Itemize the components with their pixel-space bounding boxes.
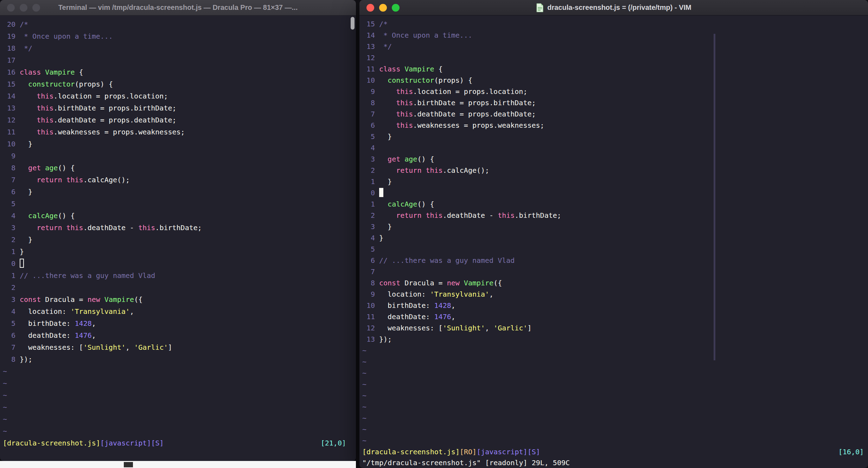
- code-line: 9: [3, 150, 356, 162]
- code-text: }: [20, 235, 32, 244]
- code-line: 4 location: 'Transylvania',: [3, 305, 356, 317]
- code-text: return this.deathDate - this.birthDate;: [20, 223, 202, 232]
- code-text: }: [379, 234, 383, 242]
- line-number: 6: [3, 329, 15, 341]
- status-flag: [javascript]: [477, 448, 528, 456]
- code-line: 8 this.birthDate = props.birthDate;: [362, 97, 868, 108]
- line-number: 4: [3, 210, 15, 222]
- line-number: 2: [3, 234, 15, 246]
- tilde-line: ~: [362, 367, 868, 379]
- scrollbar-thumb[interactable]: [351, 17, 355, 30]
- line-number: 13: [362, 334, 375, 345]
- code-text: [20, 259, 24, 268]
- line-number: 12: [362, 322, 375, 334]
- line-number: 16: [3, 66, 15, 78]
- line-number: 8: [3, 162, 15, 174]
- line-number: 13: [362, 41, 375, 52]
- line-number: 6: [3, 186, 15, 198]
- close-button[interactable]: [7, 4, 15, 12]
- code-line: 2 return this.calcAge();: [362, 165, 868, 176]
- code-line: 15/*: [362, 18, 868, 30]
- code-line: 6 this.weaknesses = props.weaknesses;: [362, 120, 868, 131]
- code-line: 1}: [3, 246, 356, 258]
- status-flags: [dracula-screenshot.js][javascript][S]: [3, 437, 164, 449]
- code-line: 6 }: [3, 186, 356, 198]
- zoom-button[interactable]: [32, 4, 40, 12]
- status-flag: [S]: [151, 439, 164, 447]
- code-text: * Once upon a time...: [379, 31, 472, 39]
- tilde-line: ~: [3, 389, 356, 401]
- line-number: 9: [362, 86, 375, 97]
- line-number: 5: [3, 198, 15, 210]
- code-text: location: 'Transylvania',: [379, 290, 493, 298]
- code-text: weaknesses: ['Sunlight', 'Garlic']: [20, 343, 172, 352]
- code-line: 19 * Once upon a time...: [3, 30, 356, 42]
- line-number: 17: [3, 54, 15, 66]
- traffic-lights: [366, 0, 400, 15]
- tilde-line: ~: [362, 424, 868, 435]
- line-number: 3: [362, 153, 375, 165]
- tilde-line: ~: [362, 390, 868, 401]
- line-number: 4: [3, 305, 15, 317]
- title-bar[interactable]: dracula-screenshot.js = (/private/tmp) -…: [359, 0, 868, 15]
- editor[interactable]: 15/*14 * Once upon a time...13 */1211cla…: [359, 15, 868, 468]
- code-line: 9 location: 'Transylvania',: [362, 289, 868, 300]
- code-text: location: 'Transylvania',: [20, 307, 134, 316]
- code-text: return this.calcAge();: [20, 176, 130, 184]
- window-title-group: dracula-screenshot.js = (/private/tmp) -…: [359, 3, 868, 12]
- line-number: 18: [3, 42, 15, 54]
- ruler-position: [16,0]: [838, 446, 864, 457]
- code-line: 13});: [362, 334, 868, 345]
- cursor: [379, 188, 383, 197]
- minimize-button[interactable]: [379, 4, 387, 12]
- code-text: }: [379, 177, 392, 186]
- code-text: /*: [20, 20, 28, 29]
- line-number: 5: [3, 317, 15, 329]
- code-line: 3const Dracula = new Vampire({: [3, 293, 356, 305]
- line-number: 3: [3, 222, 15, 234]
- code-text: */: [379, 42, 392, 51]
- code-text: deathDate: 1476,: [20, 331, 96, 340]
- code-text: this.weaknesses = props.weaknesses;: [20, 128, 185, 136]
- editor[interactable]: 20/*19 * Once upon a time...18 */1716cla…: [0, 15, 356, 461]
- code-text: // ...there was a guy named Vlad: [379, 256, 515, 265]
- code-line: 5 }: [362, 131, 868, 142]
- code-line: 2 return this.deathDate - this.birthDate…: [362, 210, 868, 221]
- minimize-button[interactable]: [20, 4, 27, 12]
- code-text: this.birthDate = props.birthDate;: [379, 99, 536, 107]
- status-flag: [javascript]: [100, 439, 151, 447]
- code-line: 2 }: [3, 234, 356, 246]
- close-button[interactable]: [366, 4, 374, 12]
- code-line: 5: [362, 244, 868, 255]
- code-line: 5 birthDate: 1428,: [3, 317, 356, 329]
- line-number: 10: [362, 75, 375, 86]
- tilde-line: ~: [3, 425, 356, 437]
- tilde-line: ~: [362, 356, 868, 367]
- line-number: 6: [362, 120, 375, 131]
- line-number: 0: [362, 187, 375, 198]
- title-bar[interactable]: Terminal — vim /tmp/dracula-screenshot.j…: [0, 0, 356, 15]
- tilde-line: ~: [362, 345, 868, 356]
- code-line: 13 this.birthDate = props.birthDate;: [3, 102, 356, 114]
- code-text: }: [379, 222, 392, 231]
- command-line: "/tmp/dracula-screenshot.js" [readonly] …: [362, 457, 865, 468]
- status-flag: [dracula-screenshot.js]: [362, 448, 460, 456]
- code-line: 7 weaknesses: ['Sunlight', 'Garlic']: [3, 341, 356, 353]
- line-number: 15: [3, 78, 15, 90]
- tilde-line: ~: [3, 413, 356, 425]
- code-line: 10 birthDate: 1428,: [362, 300, 868, 311]
- code-text: class Vampire {: [20, 68, 83, 76]
- line-number: 11: [3, 126, 15, 138]
- code-line: 3 return this.deathDate - this.birthDate…: [3, 222, 356, 234]
- code-line: 6// ...there was a guy named Vlad: [362, 255, 868, 266]
- tilde-line: ~: [3, 377, 356, 389]
- code-line: 12: [362, 52, 868, 63]
- line-number: 1: [362, 176, 375, 187]
- zoom-button[interactable]: [392, 4, 400, 12]
- code-text: this.location = props.location;: [379, 87, 527, 96]
- code-text: const Dracula = new Vampire({: [379, 279, 502, 287]
- code-text: }: [379, 132, 392, 141]
- code-text: [379, 189, 383, 197]
- code-text: this.deathDate = props.deathDate;: [20, 116, 177, 124]
- macvim-window: dracula-screenshot.js = (/private/tmp) -…: [359, 0, 868, 468]
